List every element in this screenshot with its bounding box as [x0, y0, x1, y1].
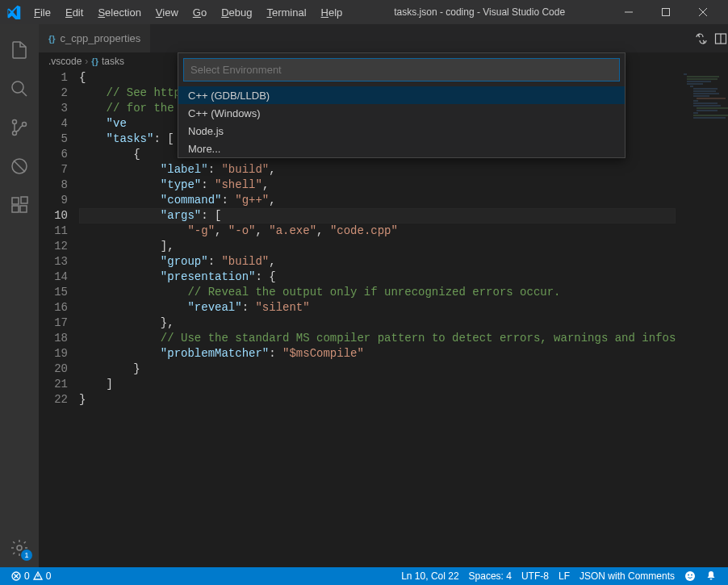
tab-c-cpp-properties[interactable]: {} c_cpp_properties: [39, 24, 150, 52]
svg-rect-27: [693, 88, 718, 90]
code-line[interactable]: "type": "shell",: [79, 178, 676, 193]
svg-rect-26: [690, 86, 693, 87]
line-number: 19: [39, 346, 68, 361]
svg-rect-1: [663, 9, 670, 16]
minimize-button[interactable]: [610, 0, 647, 24]
svg-point-6: [13, 120, 17, 124]
explorer-icon[interactable]: [0, 31, 39, 69]
status-errors[interactable]: 0 0: [6, 567, 56, 585]
svg-rect-21: [684, 73, 687, 75]
compare-icon[interactable]: [695, 32, 708, 45]
window-controls: [610, 0, 722, 24]
quick-pick-palette: C++ (GDB/LLDB)C++ (Windows)Node.jsMore..…: [178, 52, 625, 158]
svg-point-4: [12, 81, 23, 93]
close-button[interactable]: [684, 0, 722, 24]
line-number: 17: [39, 315, 68, 331]
code-line[interactable]: "problemMatcher": "$msCompile": [79, 346, 676, 361]
settings-gear-icon[interactable]: 1: [0, 529, 39, 567]
code-line[interactable]: "label": "build",: [79, 162, 676, 178]
code-line[interactable]: "presentation": {: [79, 270, 676, 285]
svg-rect-11: [12, 198, 19, 204]
quick-pick-item[interactable]: C++ (GDB/LLDB): [178, 86, 625, 104]
settings-badge: 1: [21, 549, 32, 561]
line-number: 7: [39, 162, 68, 178]
menu-selection[interactable]: Selection: [91, 3, 147, 22]
svg-point-44: [685, 571, 695, 581]
svg-rect-31: [697, 98, 726, 99]
code-line[interactable]: "-g", "-o", "a.exe", "code.cpp": [79, 224, 676, 239]
line-number: 9: [39, 193, 68, 208]
quick-pick-item[interactable]: More...: [178, 140, 625, 157]
code-line[interactable]: },: [79, 315, 676, 331]
status-cursor[interactable]: Ln 10, Col 22: [396, 567, 463, 585]
svg-point-46: [691, 575, 692, 576]
menu-go[interactable]: Go: [186, 3, 213, 22]
menu-debug[interactable]: Debug: [215, 3, 258, 22]
line-number: 10: [39, 208, 68, 224]
tab-label: c_cpp_properties: [61, 32, 141, 44]
code-line[interactable]: "group": "build",: [79, 254, 676, 270]
search-icon[interactable]: [0, 69, 39, 108]
status-spaces[interactable]: Spaces: 4: [464, 567, 517, 585]
code-line[interactable]: "args": [: [79, 208, 676, 224]
svg-rect-14: [21, 197, 27, 203]
menu-bar: FileEditSelectionViewGoDebugTerminalHelp: [27, 3, 349, 22]
minimap[interactable]: [676, 70, 728, 567]
svg-rect-22: [687, 76, 719, 77]
line-number: 20: [39, 361, 68, 377]
debug-icon[interactable]: [0, 147, 39, 186]
quick-pick-input[interactable]: [183, 58, 620, 81]
status-language[interactable]: JSON with Comments: [575, 567, 680, 585]
code-line[interactable]: // Use the standard MS compiler pattern …: [79, 331, 676, 346]
menu-edit[interactable]: Edit: [59, 3, 90, 22]
svg-rect-23: [687, 78, 718, 80]
code-line[interactable]: "reveal": "silent": [79, 300, 676, 315]
split-editor-icon[interactable]: [714, 32, 727, 45]
quick-pick-item[interactable]: C++ (Windows): [178, 104, 625, 122]
code-line[interactable]: ]: [79, 377, 676, 392]
code-line[interactable]: ],: [79, 239, 676, 254]
code-line[interactable]: }: [79, 392, 676, 407]
status-bar: 0 0 Ln 10, Col 22 Spaces: 4 UTF-8 LF JSO…: [0, 567, 728, 585]
svg-rect-25: [687, 83, 703, 85]
status-encoding[interactable]: UTF-8: [517, 567, 554, 585]
svg-point-15: [17, 545, 22, 550]
activity-bar: 1: [0, 24, 39, 567]
json-file-icon: {}: [91, 56, 98, 66]
json-file-icon: {}: [48, 34, 56, 44]
svg-line-5: [22, 91, 27, 96]
line-number: 1: [39, 70, 68, 86]
svg-rect-34: [693, 105, 721, 107]
line-number: 18: [39, 331, 68, 346]
status-bell-icon[interactable]: [701, 567, 722, 585]
menu-terminal[interactable]: Terminal: [260, 3, 312, 22]
line-number: 21: [39, 377, 68, 392]
line-number: 15: [39, 285, 68, 300]
menu-view[interactable]: View: [149, 3, 185, 22]
code-line[interactable]: "command": "g++",: [79, 193, 676, 208]
code-line[interactable]: // Reveal the output only if unrecognize…: [79, 285, 676, 300]
menu-help[interactable]: Help: [315, 3, 349, 22]
breadcrumb-folder[interactable]: .vscode: [48, 56, 82, 67]
line-number: 13: [39, 254, 68, 270]
quick-pick-item[interactable]: Node.js: [178, 122, 625, 140]
breadcrumb-file[interactable]: tasks: [102, 56, 124, 67]
code-line[interactable]: }: [79, 361, 676, 377]
maximize-button[interactable]: [647, 0, 684, 24]
status-feedback-icon[interactable]: [680, 567, 701, 585]
svg-point-8: [23, 123, 27, 127]
vscode-logo-icon: [6, 5, 21, 19]
line-number: 16: [39, 300, 68, 315]
menu-file[interactable]: File: [27, 3, 57, 22]
extensions-icon[interactable]: [0, 186, 39, 224]
editor-area: {} c_cpp_properties C++ (GDB/LLDB)C++ (W…: [39, 24, 728, 567]
svg-rect-28: [693, 90, 716, 92]
line-number: 12: [39, 239, 68, 254]
svg-rect-30: [693, 95, 709, 97]
status-eol[interactable]: LF: [554, 567, 575, 585]
titlebar: FileEditSelectionViewGoDebugTerminalHelp…: [0, 0, 728, 24]
line-number: 4: [39, 116, 68, 132]
source-control-icon[interactable]: [0, 108, 39, 147]
svg-rect-13: [20, 206, 27, 212]
svg-rect-33: [693, 102, 718, 104]
